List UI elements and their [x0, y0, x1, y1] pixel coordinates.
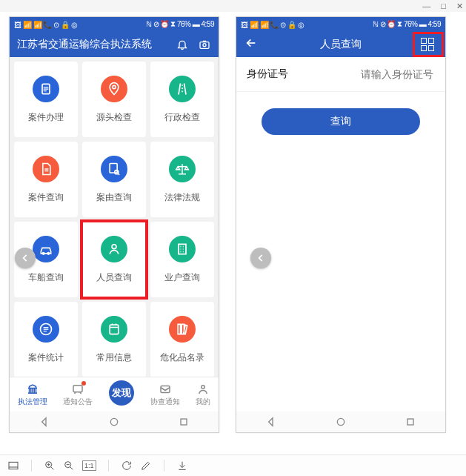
- scale-label[interactable]: 1:1: [82, 460, 96, 471]
- id-input[interactable]: [302, 67, 435, 81]
- back-arrow-icon[interactable]: [245, 37, 257, 52]
- tile-0[interactable]: 案件办理: [14, 62, 78, 137]
- tile-label: 案件办理: [28, 111, 64, 124]
- tile-icon: [33, 76, 59, 102]
- nav-item-4[interactable]: 我的: [196, 383, 210, 407]
- tile-8[interactable]: 业户查询: [150, 222, 214, 297]
- status-left-icons: 🖾 📶 📶 📞 ⊙ 🔒 ◎: [241, 21, 304, 29]
- phone-left: 🖾 📶 📶 📞 ⊙ 🔒 ◎ ℕ ⊘ ⏰ ⧗ 76% ▬ 4:59 江苏省交通运输…: [9, 16, 219, 433]
- nav-icon: [26, 383, 39, 396]
- nav-item-1[interactable]: 通知公告: [63, 383, 93, 407]
- svg-rect-12: [73, 385, 82, 391]
- nav-icon: [196, 383, 210, 396]
- tile-icon: [101, 236, 127, 262]
- android-recent-icon[interactable]: [405, 416, 416, 428]
- nav-label: 通知公告: [63, 397, 93, 407]
- svg-point-3: [113, 85, 116, 88]
- status-right-icons: ℕ ⊘ ⏰ ⧗ 76% ▬ 4:59: [373, 20, 441, 29]
- tile-icon: [169, 236, 196, 262]
- svg-rect-13: [161, 386, 170, 392]
- tile-icon: [169, 76, 196, 102]
- tile-label: 人员查询: [96, 271, 132, 284]
- edit-icon[interactable]: [140, 460, 152, 472]
- tile-4[interactable]: 案由查询: [82, 142, 146, 217]
- tile-7[interactable]: 人员查询: [82, 222, 146, 297]
- tile-3[interactable]: 案件查询: [14, 142, 78, 217]
- android-back-icon[interactable]: [265, 416, 277, 428]
- window-titlebar: — □ ✕: [0, 0, 466, 13]
- tile-5[interactable]: 法律法规: [150, 142, 214, 217]
- status-right-icons: ℕ ⊘ ⏰ ⧗ 76% ▬ 4:59: [146, 20, 214, 29]
- android-recent-icon[interactable]: [178, 416, 190, 428]
- query-button[interactable]: 查询: [262, 108, 420, 135]
- phone-right: 🖾 📶 📶 📞 ⊙ 🔒 ◎ ℕ ⊘ ⏰ ⧗ 76% ▬ 4:59 人员查询 身份…: [236, 16, 446, 433]
- camera-icon[interactable]: [198, 38, 211, 51]
- tile-11[interactable]: 危化品名录: [150, 302, 214, 377]
- bell-icon[interactable]: [176, 38, 189, 51]
- layout-icon[interactable]: [7, 460, 19, 472]
- tile-10[interactable]: 常用信息: [82, 302, 146, 377]
- svg-rect-11: [110, 325, 119, 334]
- tile-1[interactable]: 源头检查: [82, 62, 146, 137]
- window-maximize[interactable]: □: [441, 1, 446, 10]
- svg-point-8: [112, 244, 116, 248]
- highlight-qr: [413, 32, 444, 57]
- form-body: 身份证号 查询: [236, 57, 445, 411]
- android-nav: [236, 411, 445, 432]
- tile-icon: [101, 156, 127, 182]
- rotate-icon[interactable]: [121, 460, 133, 472]
- tile-label: 法律法规: [164, 191, 200, 204]
- svg-rect-19: [9, 462, 18, 469]
- app-header: 江苏省交通运输综合执法系统: [10, 32, 219, 57]
- download-icon[interactable]: [176, 460, 188, 472]
- status-bar: 🖾 📶 📶 📞 ⊙ 🔒 ◎ ℕ ⊘ ⏰ ⧗ 76% ▬ 4:59: [10, 17, 219, 32]
- notification-dot: [81, 381, 86, 386]
- tile-grid-container: 案件办理源头检查行政检查案件查询案由查询法律法规车船查询人员查询业户查询案件统计…: [10, 57, 219, 377]
- tile-label: 危化品名录: [160, 351, 204, 364]
- tile-icon: [33, 236, 59, 262]
- svg-rect-18: [407, 419, 413, 425]
- status-bar: 🖾 📶 📶 📞 ⊙ 🔒 ◎ ℕ ⊘ ⏰ ⧗ 76% ▬ 4:59: [236, 17, 445, 32]
- android-home-icon[interactable]: [108, 416, 120, 428]
- tile-label: 源头检查: [96, 111, 132, 124]
- svg-rect-9: [179, 244, 186, 254]
- tile-2[interactable]: 行政检查: [150, 62, 214, 137]
- status-left-icons: 🖾 📶 📶 📞 ⊙ 🔒 ◎: [14, 21, 77, 29]
- svg-point-14: [202, 385, 205, 389]
- side-prev-arrow-icon[interactable]: [250, 248, 271, 268]
- app-title: 江苏省交通运输综合执法系统: [17, 38, 176, 51]
- android-back-icon[interactable]: [39, 416, 50, 428]
- svg-rect-4: [110, 163, 117, 173]
- tile-label: 车船查询: [28, 271, 64, 284]
- tile-icon: [169, 156, 196, 182]
- tile-label: 案由查询: [96, 191, 132, 204]
- nav-label: 我的: [196, 397, 210, 407]
- window-minimize[interactable]: —: [422, 1, 430, 10]
- viewer-toolbar: 1:1: [0, 454, 466, 476]
- svg-point-15: [110, 418, 117, 425]
- svg-rect-0: [200, 42, 209, 49]
- nav-item-0[interactable]: 执法管理: [18, 383, 47, 407]
- tile-label: 案件查询: [28, 191, 64, 204]
- id-number-row[interactable]: 身份证号: [236, 57, 445, 92]
- tile-label: 行政检查: [164, 111, 200, 124]
- tile-label: 常用信息: [96, 351, 132, 364]
- svg-point-1: [203, 44, 206, 47]
- window-close[interactable]: ✕: [456, 1, 463, 11]
- page-title: 人员查询: [320, 38, 362, 51]
- tile-icon: [33, 316, 59, 343]
- nav-center-discover[interactable]: 发现: [109, 380, 134, 406]
- zoom-out-icon[interactable]: [63, 460, 75, 472]
- tile-icon: [33, 156, 59, 182]
- bottom-nav: 执法管理通知公告发现协查通知我的: [10, 377, 219, 411]
- id-label: 身份证号: [247, 67, 295, 81]
- svg-rect-16: [181, 419, 187, 425]
- nav-item-3[interactable]: 协查通知: [150, 383, 180, 407]
- svg-point-17: [337, 418, 344, 425]
- tile-9[interactable]: 案件统计: [14, 302, 78, 377]
- zoom-in-icon[interactable]: [44, 460, 56, 472]
- android-home-icon[interactable]: [335, 416, 347, 428]
- app-header: 人员查询: [236, 32, 445, 57]
- nav-icon: [159, 383, 172, 396]
- side-prev-arrow-icon[interactable]: [15, 248, 36, 268]
